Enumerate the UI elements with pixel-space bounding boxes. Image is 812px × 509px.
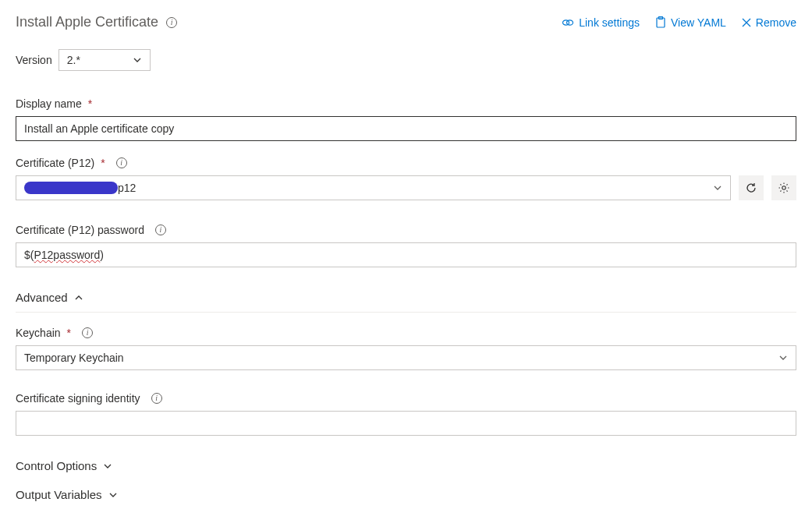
- info-icon[interactable]: i: [116, 157, 127, 168]
- header-actions: Link settings View YAML Remove: [562, 16, 796, 29]
- required-marker: *: [67, 327, 71, 339]
- remove-label: Remove: [756, 16, 796, 29]
- title-group: Install Apple Certificate i: [16, 14, 177, 30]
- certificate-p12-row: p12: [16, 175, 796, 200]
- info-icon[interactable]: i: [155, 224, 166, 235]
- control-options-toggle[interactable]: Control Options: [16, 451, 796, 480]
- version-value: 2.*: [67, 54, 80, 66]
- link-settings-label: Link settings: [579, 16, 640, 29]
- svg-point-1: [567, 19, 573, 24]
- certificate-p12-value: p12: [24, 182, 136, 194]
- settings-button[interactable]: [771, 175, 796, 200]
- display-name-label: Display name: [16, 97, 82, 110]
- p12-password-input[interactable]: $(P12password): [16, 242, 796, 267]
- certificate-p12-label: Certificate (P12): [16, 157, 94, 169]
- certificate-p12-suffix: p12: [118, 182, 136, 194]
- keychain-group: Keychain * i Temporary Keychain: [16, 327, 796, 370]
- control-options-label: Control Options: [16, 459, 97, 472]
- p12-password-group: Certificate (P12) password i $(P12passwo…: [16, 224, 796, 267]
- certificate-p12-label-row: Certificate (P12) * i: [16, 157, 796, 169]
- display-name-input[interactable]: [16, 116, 796, 141]
- remove-button[interactable]: Remove: [742, 16, 796, 29]
- chevron-down-icon: [103, 463, 112, 469]
- p12-password-suffix: ): [100, 249, 104, 261]
- output-variables-label: Output Variables: [16, 488, 102, 501]
- certificate-p12-group: Certificate (P12) * i p12: [16, 157, 796, 200]
- advanced-section-label: Advanced: [16, 291, 68, 304]
- advanced-section-toggle[interactable]: Advanced: [16, 283, 796, 313]
- signing-identity-input[interactable]: [16, 411, 796, 436]
- chevron-down-icon: [133, 57, 142, 63]
- chevron-up-icon: [74, 295, 83, 301]
- refresh-button[interactable]: [739, 175, 764, 200]
- link-icon: [562, 17, 574, 28]
- signing-identity-label: Certificate signing identity: [16, 392, 140, 405]
- view-yaml-button[interactable]: View YAML: [655, 16, 726, 29]
- keychain-label: Keychain: [16, 327, 61, 339]
- info-icon[interactable]: i: [166, 17, 177, 28]
- output-variables-toggle[interactable]: Output Variables: [16, 480, 796, 509]
- clipboard-icon: [655, 16, 666, 29]
- p12-password-prefix: $(: [24, 249, 34, 261]
- required-marker: *: [101, 157, 105, 169]
- keychain-value: Temporary Keychain: [24, 352, 124, 364]
- p12-password-mid: P12password: [34, 249, 100, 261]
- chevron-down-icon: [778, 355, 788, 361]
- certificate-p12-select[interactable]: p12: [16, 175, 731, 200]
- keychain-select[interactable]: Temporary Keychain: [16, 345, 796, 370]
- header-row: Install Apple Certificate i Link setting…: [16, 14, 796, 30]
- signing-identity-label-row: Certificate signing identity i: [16, 392, 796, 405]
- version-label: Version: [16, 54, 52, 66]
- version-select[interactable]: 2.*: [59, 49, 151, 71]
- p12-password-label: Certificate (P12) password: [16, 224, 144, 236]
- link-settings-button[interactable]: Link settings: [562, 16, 640, 29]
- close-icon: [742, 18, 751, 27]
- display-name-group: Display name *: [16, 97, 796, 141]
- chevron-down-icon: [713, 185, 722, 191]
- page-title: Install Apple Certificate: [16, 14, 158, 30]
- redacted-content: [24, 182, 118, 194]
- signing-identity-group: Certificate signing identity i: [16, 392, 796, 436]
- svg-point-6: [782, 186, 785, 189]
- keychain-label-row: Keychain * i: [16, 327, 796, 339]
- display-name-label-row: Display name *: [16, 97, 796, 110]
- chevron-down-icon: [108, 492, 118, 498]
- p12-password-label-row: Certificate (P12) password i: [16, 224, 796, 236]
- view-yaml-label: View YAML: [671, 16, 726, 29]
- required-marker: *: [88, 97, 92, 110]
- gear-icon: [778, 182, 790, 194]
- info-icon[interactable]: i: [151, 393, 162, 404]
- info-icon[interactable]: i: [82, 327, 93, 338]
- version-row: Version 2.*: [16, 49, 796, 71]
- refresh-icon: [745, 182, 757, 194]
